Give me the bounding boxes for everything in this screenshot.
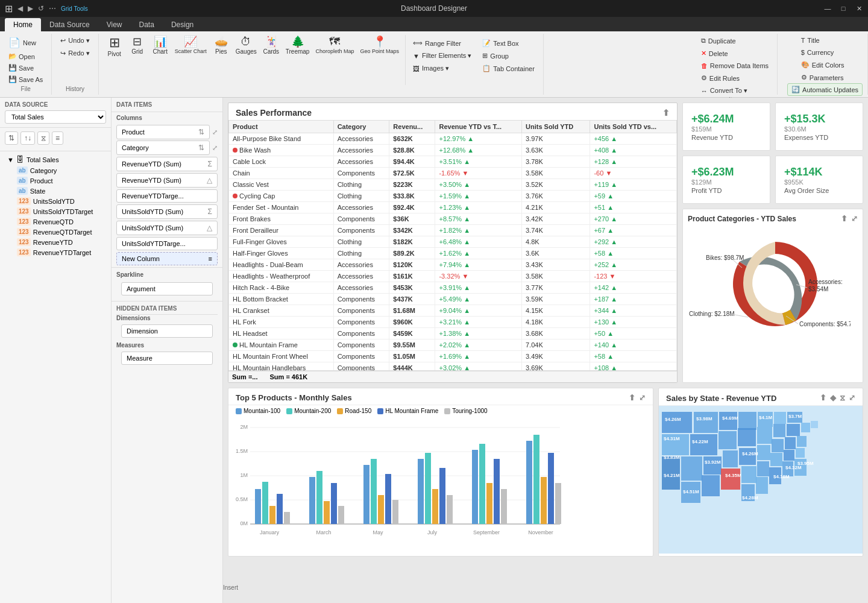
auto-updates-btn[interactable]: 🔄 Automatic Updates (787, 83, 863, 96)
table-row[interactable]: HL Mountain Frame Components $9.55M +2.0… (229, 339, 677, 351)
field-revenueytdtarget[interactable]: 123 RevenueYTDTarget (14, 247, 106, 257)
tabcontainer-btn[interactable]: 📋 Tab Container (479, 63, 538, 74)
table-row[interactable]: Half-Finger Gloves Clothing $89.2K +1.62… (229, 248, 677, 259)
col-product[interactable]: Product (229, 121, 334, 133)
table-row[interactable]: HL Crankset Components $1.68M +9.04% ▲ 4… (229, 305, 677, 317)
table-row[interactable]: HL Bottom Bracket Components $437K +5.49… (229, 294, 677, 305)
sales-table-scroll[interactable]: Product Category Revenu... Revenue YTD v… (228, 120, 677, 370)
sort-desc-btn[interactable]: ↑↓ (20, 131, 35, 145)
maximize-btn[interactable]: □ (839, 4, 848, 13)
open-btn[interactable]: 📂 Open (5, 51, 46, 62)
col-revenue[interactable]: Revenu... (389, 121, 435, 133)
col-category[interactable]: Category (333, 121, 389, 133)
chart-icons[interactable]: ⬆ ⤢ (629, 393, 646, 402)
close-btn[interactable]: ✕ (855, 4, 863, 13)
field-category[interactable]: ab Category (14, 165, 106, 175)
delete-btn[interactable]: ✕ Delete (697, 48, 732, 59)
table-row[interactable]: HL Fork Components $960K +3.21% ▲ 4.18K … (229, 317, 677, 328)
expand-category-icon[interactable]: ⤢ (212, 144, 218, 152)
remove-data-btn[interactable]: 🗑 Remove Data Items (697, 60, 772, 71)
insert-treemap-btn[interactable]: 🌲 Treemap (283, 35, 312, 56)
undo-btn[interactable]: ↩ Undo ▾ (57, 35, 93, 46)
export-icon-3[interactable]: ⬆ (820, 393, 826, 403)
filter-btn[interactable]: ⧖ (37, 131, 49, 145)
field-unitsytd[interactable]: 123 UnitsSoldYTD (14, 196, 106, 206)
fullscreen-icon-3[interactable]: ⤢ (849, 393, 855, 403)
table-row[interactable]: Cycling Cap Clothing $33.8K +1.59% ▲ 3.7… (229, 191, 677, 202)
insert-scatter-btn[interactable]: 📈 Scatter Chart (172, 35, 209, 55)
table-row[interactable]: Chain Components $72.5K -1.65% ▼ 3.58K -… (229, 168, 677, 179)
table-row[interactable]: Classic Vest Clothing $223K +3.50% ▲ 3.5… (229, 179, 677, 191)
tab-design[interactable]: Design (163, 18, 202, 31)
col-unitsytd-sum1-btn[interactable]: UnitsSoldYTD (Sum) Σ (116, 204, 218, 219)
filter-elements-btn[interactable]: ▼ Filter Elements ▾ (409, 50, 475, 62)
insert-gauges-btn[interactable]: ⏱ Gauges (233, 35, 259, 56)
insert-choropleth-btn[interactable]: 🗺 Choropleth Map (313, 35, 356, 55)
table-row[interactable]: Cable Lock Accessories $94.4K +3.51% ▲ 3… (229, 156, 677, 168)
title-btn[interactable]: T Title (797, 35, 823, 46)
tab-data[interactable]: Data (131, 18, 163, 31)
currency-btn[interactable]: $ Currency (797, 47, 838, 58)
col-revytd-sum2-btn[interactable]: RevenueYTD (Sum) △ (116, 173, 218, 188)
col-unitsytd-sum2-btn[interactable]: UnitsSoldYTD (Sum) △ (116, 221, 218, 235)
edit-rules-btn[interactable]: ⚙ Edit Rules (697, 72, 743, 84)
edit-colors-btn[interactable]: 🎨 Edit Colors (797, 59, 848, 71)
table-row[interactable]: Front Brakes Components $36K +8.57% ▲ 3.… (229, 213, 677, 225)
tab-datasource[interactable]: Data Source (41, 18, 98, 31)
fullscreen-icon[interactable]: ⤢ (851, 214, 858, 223)
map-icons[interactable]: ⬆ ◆ ⧖ ⤢ (820, 393, 855, 403)
table-row[interactable]: HL Mountain Handlebars Components $444K … (229, 362, 677, 371)
textbox-btn[interactable]: 📝 Text Box (479, 37, 538, 49)
datasource-select[interactable]: Total Sales (5, 110, 106, 124)
table-row[interactable]: Full-Finger Gloves Clothing $182K +6.48%… (229, 236, 677, 248)
col-revytdvst[interactable]: Revenue YTD vs T... (435, 121, 522, 133)
table-row[interactable]: Hitch Rack - 4-Bike Accessories $453K +3… (229, 282, 677, 294)
insert-chart-btn[interactable]: 📊 Chart (149, 35, 171, 56)
new-btn[interactable]: 📄 New (5, 35, 46, 50)
insert-grid-btn[interactable]: ⊟ Grid (127, 35, 148, 56)
sort-asc-btn[interactable]: ⇅ (5, 131, 18, 145)
filter-icon[interactable]: ⧖ (840, 393, 845, 403)
field-revenueqtd[interactable]: 123 RevenueQTD (14, 216, 106, 227)
col-revytd-sum1-btn[interactable]: RevenueYTD (Sum) Σ (116, 157, 218, 171)
share-icon[interactable]: ⬆ (841, 214, 848, 223)
table-row[interactable]: Headlights - Dual-Beam Accessories $120K… (229, 259, 677, 271)
expand-product-icon[interactable]: ⤢ (212, 128, 218, 136)
duplicate-btn[interactable]: ⧉ Duplicate (697, 35, 740, 46)
insert-cards-btn[interactable]: 🃏 Cards (260, 35, 282, 56)
col-unitsytdvs[interactable]: Units Sold YTD vs... (590, 121, 677, 133)
table-row[interactable]: HL Headset Components $459K +1.38% ▲ 3.6… (229, 328, 677, 339)
tab-view[interactable]: View (98, 18, 131, 31)
convert-to-btn[interactable]: ↔ Convert To ▾ (697, 85, 751, 96)
table-row[interactable]: Bike Wash Accessories $28.8K +12.68% ▲ 3… (229, 145, 677, 156)
export-icon[interactable]: ⬆ (662, 108, 670, 118)
col-category-btn[interactable]: Category ⇅ (116, 140, 210, 155)
field-revenueytd[interactable]: 123 RevenueYTD (14, 237, 106, 247)
export-icon-2[interactable]: ⬆ (629, 393, 635, 402)
range-filter-btn[interactable]: ⟺ Range Filter (409, 37, 475, 49)
dimension-btn[interactable]: Dimension (121, 324, 213, 338)
fullscreen-icon-2[interactable]: ⤢ (639, 393, 646, 402)
new-column-btn[interactable]: New Column ≡ (116, 252, 218, 265)
col-revytdtarget-btn[interactable]: RevenueYTDTarge... (116, 189, 218, 203)
col-unitsytdtarget-btn[interactable]: UnitsSoldYTDTarge... (116, 237, 218, 250)
measure-btn[interactable]: Measure (121, 352, 213, 365)
field-revenueqtdtarget[interactable]: 123 RevenueQTDTarget (14, 227, 106, 237)
table-row[interactable]: Front Derailleur Components $342K +1.82%… (229, 225, 677, 236)
save-btn[interactable]: 💾 Save (5, 63, 46, 73)
insert-pies-btn[interactable]: 🥧 Pies (210, 35, 232, 56)
saveas-btn[interactable]: 💾 Save As (5, 74, 46, 84)
col-unitsytd[interactable]: Units Sold YTD (522, 121, 590, 133)
diamond-icon[interactable]: ◆ (830, 393, 836, 403)
tree-root[interactable]: ▼ 🗄 Total Sales (5, 154, 106, 165)
redo-btn[interactable]: ↪ Redo ▾ (57, 48, 93, 59)
more-btn[interactable]: ≡ (52, 131, 63, 145)
window-controls[interactable]: — □ ✕ (823, 4, 863, 13)
table-row[interactable]: All-Purpose Bike Stand Accessories $632K… (229, 133, 677, 145)
tab-home[interactable]: Home (5, 18, 41, 31)
field-unitstarget[interactable]: 123 UnitsSoldYTDTarget (14, 206, 106, 216)
table-row[interactable]: HL Mountain Front Wheel Components $1.05… (229, 351, 677, 362)
table-row[interactable]: Fender Set - Mountain Accessories $92.4K… (229, 202, 677, 213)
argument-btn[interactable]: Argument (121, 282, 213, 295)
images-btn[interactable]: 🖼 Images ▾ (409, 63, 475, 74)
